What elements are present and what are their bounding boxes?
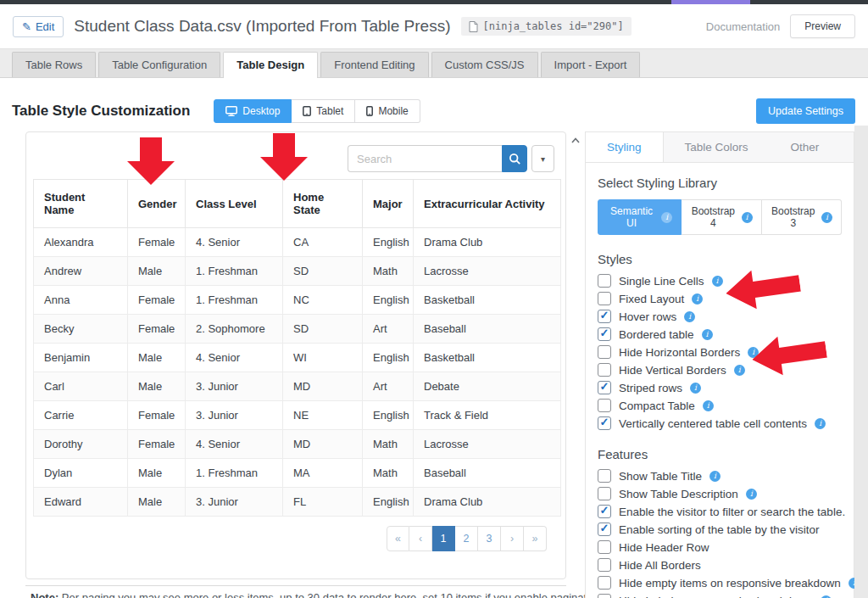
checkbox-bordered-table[interactable]: Bordered table (598, 327, 842, 341)
cell: Female (128, 286, 186, 315)
pagination-next[interactable]: › (501, 526, 524, 551)
checkbox[interactable] (598, 381, 611, 394)
checkbox[interactable] (598, 576, 611, 590)
info-icon[interactable] (815, 418, 826, 429)
search-input[interactable] (348, 145, 502, 172)
column-header-major[interactable]: Major (363, 180, 414, 228)
checkbox-show-table-description[interactable]: Show Table Description (598, 487, 842, 500)
search-button[interactable] (502, 145, 527, 172)
checkbox-hide-labels[interactable]: Hide Labels on responsive breakdown (598, 594, 842, 598)
checkbox-hide-vertical-borders[interactable]: Hide Vertical Borders (598, 363, 842, 377)
checkbox-hide-horizontal-borders[interactable]: Hide Horizontal Borders (598, 345, 842, 359)
info-icon[interactable] (712, 276, 723, 287)
settings-sidebar: Styling Table Colors Other Select Stylin… (585, 131, 854, 598)
column-header-class-level[interactable]: Class Level (186, 180, 283, 228)
info-icon[interactable] (661, 212, 672, 223)
library-bootstrap3-button[interactable]: Bootstrap 3 (762, 199, 842, 235)
info-icon[interactable] (703, 400, 714, 411)
checkbox-fixed-layout[interactable]: Fixed Layout (598, 292, 842, 305)
checkbox-striped-rows[interactable]: Striped rows (598, 381, 842, 394)
pagination-page-2[interactable]: 2 (455, 526, 478, 551)
cell: Dylan (34, 459, 128, 488)
info-icon[interactable] (709, 471, 721, 482)
pagination-first[interactable]: « (387, 526, 409, 551)
checkbox[interactable] (598, 523, 611, 536)
tab-table-colors[interactable]: Table Colors (664, 132, 770, 162)
library-semantic-ui-button[interactable]: Semantic UI (598, 199, 682, 235)
info-icon[interactable] (692, 293, 703, 305)
checkbox-single-line-cells[interactable]: Single Line Cells (598, 274, 842, 288)
checkbox-compact-table[interactable]: Compact Table (598, 399, 842, 412)
device-mobile-button[interactable]: Mobile (355, 99, 420, 123)
checkbox-hover-rows[interactable]: Hover rows (598, 310, 842, 323)
checkbox-label: Hide All Borders (619, 559, 701, 572)
tab-import-export[interactable]: Import - Export (541, 52, 641, 77)
device-desktop-button[interactable]: Desktop (214, 99, 292, 123)
checkbox[interactable] (598, 469, 611, 483)
checkbox[interactable] (598, 558, 611, 572)
checkbox[interactable] (598, 399, 611, 412)
checkbox-vertically-centered[interactable]: Vertically centered table cell contents (598, 416, 842, 430)
cell: Male (128, 459, 186, 488)
checkbox[interactable] (598, 594, 611, 598)
tab-table-configuration[interactable]: Table Configuration (98, 52, 220, 77)
checkbox[interactable] (598, 487, 611, 500)
device-switcher: Desktop Tablet Mobile (214, 99, 420, 123)
info-icon[interactable] (734, 365, 745, 376)
update-settings-button[interactable]: Update Settings (756, 98, 855, 124)
checkbox-enable-filter-search[interactable]: Enable the visitor to filter or search t… (598, 505, 842, 518)
checkbox[interactable] (598, 363, 611, 377)
checkbox[interactable] (598, 540, 611, 554)
checkbox-hide-all-borders[interactable]: Hide All Borders (598, 558, 842, 572)
info-icon[interactable] (702, 329, 713, 340)
edit-title-button[interactable]: ✎ Edit (13, 16, 64, 37)
preview-button[interactable]: Preview (790, 14, 855, 38)
info-icon[interactable] (690, 383, 701, 394)
info-icon[interactable] (821, 212, 832, 223)
checkbox[interactable] (598, 310, 611, 323)
cell: NC (283, 286, 363, 315)
info-icon[interactable] (748, 347, 759, 358)
checkbox[interactable] (598, 416, 611, 430)
column-header-student-name[interactable]: Student Name (34, 180, 128, 228)
column-header-extracurricular[interactable]: Extracurricular Activity (414, 180, 561, 228)
info-icon[interactable] (746, 489, 757, 500)
table-row: BenjaminMale4. SeniorWIEnglishBasketball (34, 344, 561, 372)
pagination-prev[interactable]: ‹ (409, 526, 432, 551)
checkbox[interactable] (598, 274, 611, 288)
cell: Lacrosse (414, 257, 561, 286)
library-bootstrap4-button[interactable]: Bootstrap 4 (682, 199, 761, 235)
checkbox[interactable] (598, 505, 611, 518)
checkbox-hide-empty-items[interactable]: Hide empty items on responsive breakdown (598, 576, 842, 590)
documentation-link[interactable]: Documentation (706, 20, 780, 33)
column-header-home-state[interactable]: Home State (283, 180, 363, 228)
table-row: CarrieFemale3. JuniorNEEnglishTrack & Fi… (34, 401, 561, 430)
scrollbar-up-icon[interactable] (570, 133, 581, 143)
pagination-page-1[interactable]: 1 (432, 526, 455, 551)
checkbox-hide-header-row[interactable]: Hide Header Row (598, 540, 842, 554)
pagination-last[interactable]: » (524, 526, 547, 551)
device-tablet-button[interactable]: Tablet (292, 99, 355, 123)
tab-other[interactable]: Other (770, 132, 841, 162)
tab-custom-css-js[interactable]: Custom CSS/JS (431, 52, 538, 77)
search-options-dropdown[interactable]: ▾ (531, 145, 554, 172)
info-icon[interactable] (821, 595, 832, 598)
checkbox-show-table-title[interactable]: Show Table Title (598, 469, 842, 483)
shortcode-chip[interactable]: [ninja_tables id="290"] (461, 17, 632, 36)
info-icon[interactable] (742, 212, 753, 223)
library-heading: Select Styling Library (598, 176, 842, 190)
cell: Female (128, 401, 186, 430)
features-heading: Features (598, 447, 842, 461)
pagination-page-3[interactable]: 3 (478, 526, 501, 551)
tab-styling[interactable]: Styling (586, 132, 664, 162)
checkbox[interactable] (598, 292, 611, 305)
column-header-gender[interactable]: Gender (128, 180, 186, 228)
info-icon[interactable] (684, 311, 695, 322)
tab-table-design[interactable]: Table Design (223, 52, 318, 78)
checkbox[interactable] (598, 345, 611, 359)
checkbox-label: Enable sorting of the table by the visit… (619, 523, 819, 536)
checkbox[interactable] (598, 327, 611, 341)
tab-table-rows[interactable]: Table Rows (12, 52, 96, 77)
tab-frontend-editing[interactable]: Frontend Editing (320, 52, 428, 77)
checkbox-enable-sorting[interactable]: Enable sorting of the table by the visit… (598, 523, 842, 536)
